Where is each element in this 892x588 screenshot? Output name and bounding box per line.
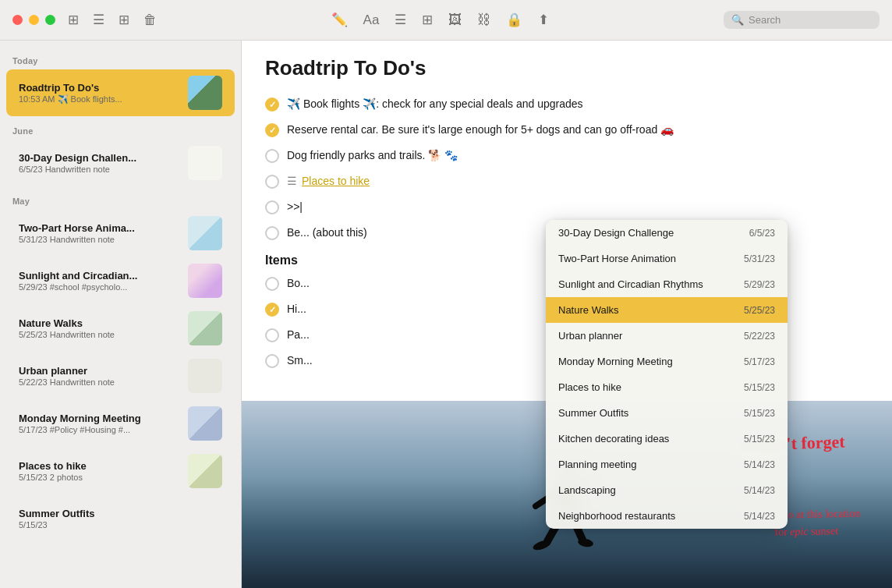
note-subtitle-places: 5/15/23 2 photos — [19, 473, 180, 482]
note-title-roadtrip: Roadtrip To Do's — [19, 82, 180, 94]
checklist-icon[interactable]: ☰ — [395, 12, 406, 28]
note-title: Roadtrip To Do's — [265, 56, 869, 80]
note-text-monday: Monday Morning Meeting5/17/23 #Policy #H… — [19, 413, 180, 434]
note-item-outfits[interactable]: Summer Outfits5/15/23 — [6, 495, 235, 542]
note-subtitle-urban: 5/22/23 Handwritten note — [19, 377, 180, 387]
note-thumbnail-roadtrip — [188, 76, 222, 110]
compose-icon[interactable]: ✏️ — [331, 12, 348, 28]
note-subline-2-text: Hi... — [287, 301, 306, 317]
lock-icon[interactable]: 🔒 — [506, 12, 522, 28]
checkbox-sub-2[interactable] — [265, 303, 279, 317]
checkbox-3[interactable] — [265, 149, 279, 163]
autocomplete-item-name-2: Sunlight and Circadian Rhythms — [558, 278, 703, 290]
autocomplete-item-11[interactable]: Neighborhood restaurants5/14/23 — [546, 503, 788, 529]
checkbox-4[interactable] — [265, 175, 279, 189]
minimize-button[interactable] — [29, 15, 39, 25]
autocomplete-item-date-1: 5/31/23 — [744, 253, 775, 264]
autocomplete-item-name-8: Kitchen decorating ideas — [558, 433, 669, 445]
autocomplete-item-2[interactable]: Sunlight and Circadian Rhythms5/29/23 — [546, 271, 788, 297]
checkbox-sub-3[interactable] — [265, 328, 279, 342]
autocomplete-item-name-5: Monday Morning Meeting — [558, 356, 673, 367]
autocomplete-item-date-7: 5/15/23 — [744, 408, 775, 419]
note-title-design: 30-Day Design Challen... — [19, 152, 180, 164]
grid-view-icon[interactable]: ⊞ — [119, 12, 129, 28]
autocomplete-item-7[interactable]: Summer Outfits5/15/23 — [546, 400, 788, 426]
autocomplete-item-date-2: 5/29/23 — [744, 279, 775, 290]
note-item-design[interactable]: 30-Day Design Challen...6/5/23 Handwritt… — [6, 140, 235, 186]
note-title-horse: Two-Part Horse Anima... — [19, 222, 180, 234]
autocomplete-item-8[interactable]: Kitchen decorating ideas5/15/23 — [546, 426, 788, 452]
autocomplete-dropdown: 30-Day Design Challenge6/5/23Two-Part Ho… — [546, 220, 788, 529]
note-line-1-text: ✈️ Book flights ✈️: check for any specia… — [287, 96, 583, 112]
autocomplete-item-10[interactable]: Landscaping5/14/23 — [546, 477, 788, 503]
autocomplete-item-9[interactable]: Planning meeting5/14/23 — [546, 452, 788, 477]
autocomplete-item-6[interactable]: Places to hike5/15/23 — [546, 374, 788, 400]
autocomplete-item-date-4: 5/22/23 — [744, 331, 775, 342]
checkbox-sub-4[interactable] — [265, 354, 279, 368]
autocomplete-item-1[interactable]: Two-Part Horse Animation5/31/23 — [546, 246, 788, 271]
sidebar-toggle-icon[interactable]: ⊞ — [68, 12, 79, 28]
list-view-icon[interactable]: ☰ — [93, 12, 104, 28]
autocomplete-item-date-10: 5/14/23 — [744, 485, 775, 496]
note-text-roadtrip: Roadtrip To Do's10:53 AM ✈️ Book flights… — [19, 82, 180, 104]
checkbox-2[interactable] — [265, 123, 279, 137]
note-subtitle-design: 6/5/23 Handwritten note — [19, 165, 180, 174]
trash-icon[interactable]: 🗑 — [143, 12, 157, 28]
main-area: TodayRoadtrip To Do's10:53 AM ✈️ Book fl… — [0, 41, 892, 588]
fullscreen-button[interactable] — [45, 15, 55, 25]
autocomplete-item-name-3: Nature Walks — [558, 304, 619, 316]
note-item-urban[interactable]: Urban planner5/22/23 Handwritten note — [6, 352, 235, 399]
autocomplete-item-name-6: Places to hike — [558, 381, 621, 393]
note-thumbnail-design — [188, 146, 222, 180]
share-icon[interactable]: ⬆ — [538, 12, 549, 28]
note-text-urban: Urban planner5/22/23 Handwritten note — [19, 365, 180, 387]
autocomplete-item-date-8: 5/15/23 — [744, 434, 775, 445]
note-item-roadtrip[interactable]: Roadtrip To Do's10:53 AM ✈️ Book flights… — [6, 69, 235, 116]
close-button[interactable] — [12, 15, 23, 25]
collaborate-icon[interactable]: ⛓ — [477, 12, 490, 28]
note-thumbnail-sunlight — [188, 264, 222, 298]
note-content: Roadtrip To Do's ✈️ Book flights ✈️: che… — [242, 41, 892, 588]
autocomplete-item-date-5: 5/17/23 — [744, 356, 775, 367]
note-item-sunlight[interactable]: Sunlight and Circadian...5/29/23 #school… — [6, 257, 235, 304]
note-line-3-text: Dog friendly parks and trails. 🐕 🐾 — [287, 147, 458, 164]
autocomplete-item-name-10: Landscaping — [558, 484, 616, 496]
search-icon: 🔍 — [731, 14, 744, 26]
traffic-lights — [12, 15, 55, 25]
note-thumbnail-nature — [188, 311, 222, 345]
autocomplete-item-0[interactable]: 30-Day Design Challenge6/5/23 — [546, 220, 788, 246]
note-subline-4-text: Sm... — [287, 352, 313, 369]
note-line-5-text: >>| — [287, 199, 303, 215]
table-icon[interactable]: ⊞ — [422, 12, 433, 28]
note-title-monday: Monday Morning Meeting — [19, 413, 180, 424]
note-text-nature: Nature Walks5/25/23 Handwritten note — [19, 317, 180, 339]
media-icon[interactable]: 🖼 — [448, 12, 462, 28]
autocomplete-item-4[interactable]: Urban planner5/22/23 — [546, 323, 788, 349]
autocomplete-item-date-11: 5/14/23 — [744, 511, 775, 522]
autocomplete-item-date-0: 6/5/23 — [749, 228, 775, 239]
search-box[interactable]: 🔍 — [724, 11, 880, 29]
sidebar-section-today: Today — [0, 47, 241, 69]
note-thumbnail-urban — [188, 359, 222, 393]
checkbox-5[interactable] — [265, 200, 279, 214]
note-text-design: 30-Day Design Challen...6/5/23 Handwritt… — [19, 152, 180, 174]
autocomplete-item-5[interactable]: Monday Morning Meeting5/17/23 — [546, 349, 788, 374]
note-subtitle-outfits: 5/15/23 — [19, 520, 180, 530]
note-link-places[interactable]: Places to hike — [302, 173, 370, 190]
note-item-horse[interactable]: Two-Part Horse Anima...5/31/23 Handwritt… — [6, 210, 235, 257]
search-input[interactable] — [749, 14, 865, 26]
checkbox-1[interactable] — [265, 97, 279, 112]
checkbox-6[interactable] — [265, 226, 279, 240]
note-item-places[interactable]: Places to hike5/15/23 2 photos — [6, 448, 235, 494]
note-text-outfits: Summer Outfits5/15/23 — [19, 508, 180, 530]
note-title-places: Places to hike — [19, 460, 180, 472]
font-icon[interactable]: Aa — [363, 12, 380, 28]
note-item-nature[interactable]: Nature Walks5/25/23 Handwritten note — [6, 305, 235, 352]
autocomplete-item-name-0: 30-Day Design Challenge — [558, 227, 674, 239]
autocomplete-item-3[interactable]: Nature Walks5/25/23 — [546, 297, 788, 323]
note-item-monday[interactable]: Monday Morning Meeting5/17/23 #Policy #H… — [6, 400, 235, 447]
title-bar: ⊞ ☰ ⊞ 🗑 ✏️ Aa ☰ ⊞ 🖼 ⛓ 🔒 ⬆ 🔍 — [0, 0, 892, 41]
checkbox-sub-1[interactable] — [265, 277, 279, 291]
note-title-urban: Urban planner — [19, 365, 180, 377]
note-text-sunlight: Sunlight and Circadian...5/29/23 #school… — [19, 270, 180, 292]
